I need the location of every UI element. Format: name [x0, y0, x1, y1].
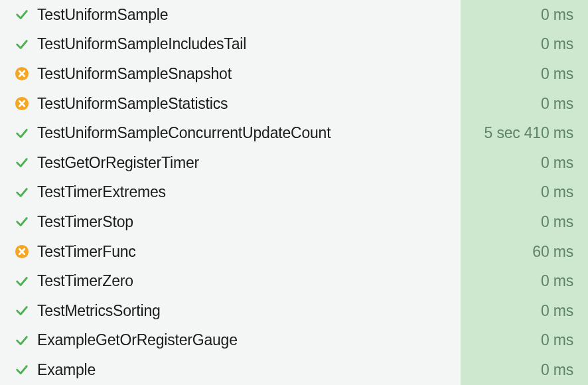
test-row[interactable]: TestTimerStop0 ms: [0, 207, 588, 237]
duration-label: 0 ms: [541, 331, 573, 349]
test-name-label: TestTimerExtremes: [33, 183, 461, 201]
status-icon-wrap: [15, 214, 33, 229]
duration-label: 0 ms: [541, 183, 573, 201]
fail-icon: [15, 244, 29, 259]
status-icon-wrap: [15, 155, 33, 170]
duration-label: 0 ms: [541, 154, 573, 172]
checkmark-icon: [15, 303, 29, 318]
checkmark-icon: [15, 362, 29, 377]
status-icon-wrap: [15, 244, 33, 259]
test-name-label: TestTimerFunc: [33, 243, 461, 261]
duration-cell: 0 ms: [461, 59, 588, 89]
status-icon-wrap: [15, 126, 33, 141]
duration-label: 0 ms: [541, 95, 573, 113]
duration-cell: 5 sec 410 ms: [461, 118, 588, 148]
duration-cell: 0 ms: [461, 355, 588, 385]
test-row[interactable]: TestUniformSampleStatistics0 ms: [0, 89, 588, 119]
checkmark-icon: [15, 37, 29, 52]
status-icon-wrap: [15, 66, 33, 81]
checkmark-icon: [15, 274, 29, 289]
duration-label: 60 ms: [532, 243, 573, 261]
test-row[interactable]: ExampleGetOrRegisterGauge0 ms: [0, 326, 588, 356]
duration-label: 0 ms: [541, 302, 573, 320]
status-icon-wrap: [15, 7, 33, 22]
fail-icon: [15, 66, 29, 81]
test-row[interactable]: TestUniformSampleIncludesTail0 ms: [0, 30, 588, 60]
status-icon-wrap: [15, 96, 33, 111]
duration-cell: 0 ms: [461, 178, 588, 208]
duration-cell: 60 ms: [461, 237, 588, 267]
test-row[interactable]: TestUniformSample0 ms: [0, 0, 588, 30]
status-icon-wrap: [15, 274, 33, 289]
duration-cell: 0 ms: [461, 89, 588, 119]
test-name-label: TestUniformSampleConcurrentUpdateCount: [33, 124, 461, 142]
checkmark-icon: [15, 155, 29, 170]
duration-cell: 0 ms: [461, 0, 588, 30]
fail-icon: [15, 96, 29, 111]
duration-cell: 0 ms: [461, 207, 588, 237]
test-row[interactable]: TestTimerExtremes0 ms: [0, 178, 588, 208]
status-icon-wrap: [15, 333, 33, 348]
status-icon-wrap: [15, 303, 33, 318]
test-name-label: ExampleGetOrRegisterGauge: [33, 331, 461, 349]
test-row[interactable]: TestGetOrRegisterTimer0 ms: [0, 148, 588, 178]
test-row[interactable]: TestTimerFunc60 ms: [0, 237, 588, 267]
test-row[interactable]: TestTimerZero0 ms: [0, 266, 588, 296]
test-row[interactable]: TestUniformSampleConcurrentUpdateCount5 …: [0, 118, 588, 148]
status-icon-wrap: [15, 185, 33, 200]
test-name-label: TestTimerStop: [33, 213, 461, 231]
test-row[interactable]: TestMetricsSorting0 ms: [0, 296, 588, 326]
checkmark-icon: [15, 185, 29, 200]
test-name-label: TestTimerZero: [33, 272, 461, 290]
test-name-label: TestUniformSample: [33, 6, 461, 24]
duration-label: 0 ms: [541, 213, 573, 231]
duration-label: 0 ms: [541, 35, 573, 53]
checkmark-icon: [15, 333, 29, 348]
checkmark-icon: [15, 126, 29, 141]
test-name-label: Example: [33, 361, 461, 379]
duration-label: 5 sec 410 ms: [484, 124, 573, 142]
status-icon-wrap: [15, 37, 33, 52]
test-name-label: TestGetOrRegisterTimer: [33, 154, 461, 172]
test-results-list: TestUniformSample0 msTestUniformSampleIn…: [0, 0, 588, 385]
duration-cell: 0 ms: [461, 266, 588, 296]
status-icon-wrap: [15, 362, 33, 377]
duration-cell: 0 ms: [461, 296, 588, 326]
checkmark-icon: [15, 7, 29, 22]
checkmark-icon: [15, 214, 29, 229]
test-name-label: TestUniformSampleStatistics: [33, 95, 461, 113]
duration-cell: 0 ms: [461, 326, 588, 356]
test-name-label: TestUniformSampleIncludesTail: [33, 35, 461, 53]
duration-cell: 0 ms: [461, 30, 588, 60]
duration-cell: 0 ms: [461, 148, 588, 178]
test-name-label: TestUniformSampleSnapshot: [33, 65, 461, 83]
duration-label: 0 ms: [541, 272, 573, 290]
test-name-label: TestMetricsSorting: [33, 302, 461, 320]
test-row[interactable]: TestUniformSampleSnapshot0 ms: [0, 59, 588, 89]
test-row[interactable]: Example0 ms: [0, 355, 588, 385]
duration-label: 0 ms: [541, 361, 573, 379]
duration-label: 0 ms: [541, 6, 573, 24]
duration-label: 0 ms: [541, 65, 573, 83]
